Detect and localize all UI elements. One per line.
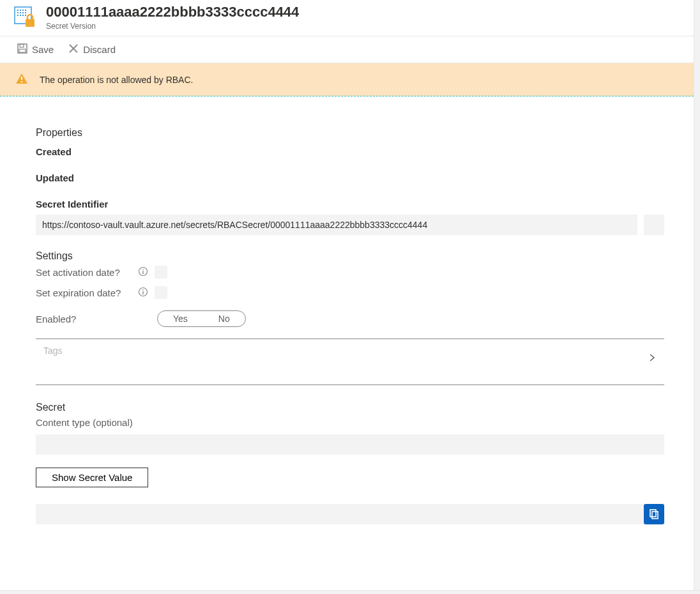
svg-rect-23 <box>142 291 143 294</box>
enabled-label: Enabled? <box>36 314 157 324</box>
svg-rect-3 <box>22 10 24 11</box>
secret-heading: Secret <box>36 402 664 413</box>
enabled-yes[interactable]: Yes <box>158 311 203 326</box>
discard-button[interactable]: Discard <box>63 42 121 57</box>
content-type-input[interactable] <box>36 434 664 455</box>
svg-rect-5 <box>17 12 19 13</box>
svg-rect-17 <box>21 77 22 80</box>
content-type-label: Content type (optional) <box>36 417 664 428</box>
svg-rect-9 <box>17 15 19 16</box>
info-icon[interactable] <box>138 266 148 278</box>
properties-heading: Properties <box>36 127 664 139</box>
created-label: Created <box>36 146 664 157</box>
window-bottom-edge <box>0 590 700 594</box>
svg-rect-1 <box>17 10 19 11</box>
svg-rect-16 <box>19 49 26 52</box>
settings-heading: Settings <box>36 250 664 262</box>
content-area: Properties Created Updated Secret Identi… <box>0 96 700 524</box>
save-icon <box>17 43 28 56</box>
svg-rect-20 <box>142 271 143 274</box>
enabled-row: Enabled? Yes No <box>36 310 664 327</box>
svg-rect-11 <box>22 15 24 16</box>
secret-identifier-label: Secret Identifier <box>36 199 664 209</box>
svg-rect-8 <box>25 12 26 13</box>
banner-message: The operation is not allowed by RBAC. <box>40 75 193 85</box>
svg-rect-7 <box>22 12 24 13</box>
svg-rect-2 <box>20 10 21 11</box>
discard-label: Discard <box>83 44 116 55</box>
save-button[interactable]: Save <box>11 42 59 57</box>
secret-version-icon <box>14 6 36 28</box>
updated-label: Updated <box>36 172 664 183</box>
chevron-right-icon <box>648 353 657 364</box>
info-icon[interactable] <box>138 287 148 299</box>
save-label: Save <box>32 44 54 55</box>
enabled-toggle[interactable]: Yes No <box>157 310 246 327</box>
scrollbar-track[interactable] <box>694 0 700 594</box>
expiration-date-checkbox[interactable] <box>155 286 167 299</box>
close-icon <box>68 43 79 56</box>
svg-rect-24 <box>142 289 143 290</box>
svg-rect-21 <box>142 269 143 270</box>
secret-identifier-value[interactable]: https://contoso-vault.vault.azure.net/se… <box>36 215 637 235</box>
warning-icon <box>15 72 28 87</box>
svg-rect-18 <box>21 81 22 82</box>
copy-identifier-button[interactable] <box>644 215 664 235</box>
page-subtitle: Secret Version <box>46 22 299 31</box>
svg-rect-13 <box>26 19 34 27</box>
copy-icon <box>648 508 660 521</box>
svg-rect-6 <box>20 12 21 13</box>
svg-rect-25 <box>650 510 656 517</box>
page-header: 00001111aaaa2222bbbb3333cccc4444 Secret … <box>0 0 700 36</box>
command-bar: Save Discard <box>0 36 700 63</box>
copy-secret-button[interactable] <box>644 504 664 524</box>
activation-date-checkbox[interactable] <box>155 266 167 278</box>
activation-date-row: Set activation date? <box>36 266 664 278</box>
show-secret-value-button[interactable]: Show Secret Value <box>36 468 148 487</box>
svg-rect-4 <box>25 10 26 11</box>
svg-rect-26 <box>652 512 658 519</box>
tags-section[interactable]: Tags <box>36 339 664 385</box>
svg-rect-10 <box>20 15 21 16</box>
secret-value-field[interactable] <box>36 504 645 524</box>
tags-label: Tags <box>43 346 63 356</box>
expiration-date-row: Set expiration date? <box>36 286 664 299</box>
svg-rect-12 <box>25 15 26 16</box>
page-title: 00001111aaaa2222bbbb3333cccc4444 <box>46 4 299 20</box>
enabled-no[interactable]: No <box>203 311 245 326</box>
rbac-warning-banner: The operation is not allowed by RBAC. <box>0 63 700 96</box>
